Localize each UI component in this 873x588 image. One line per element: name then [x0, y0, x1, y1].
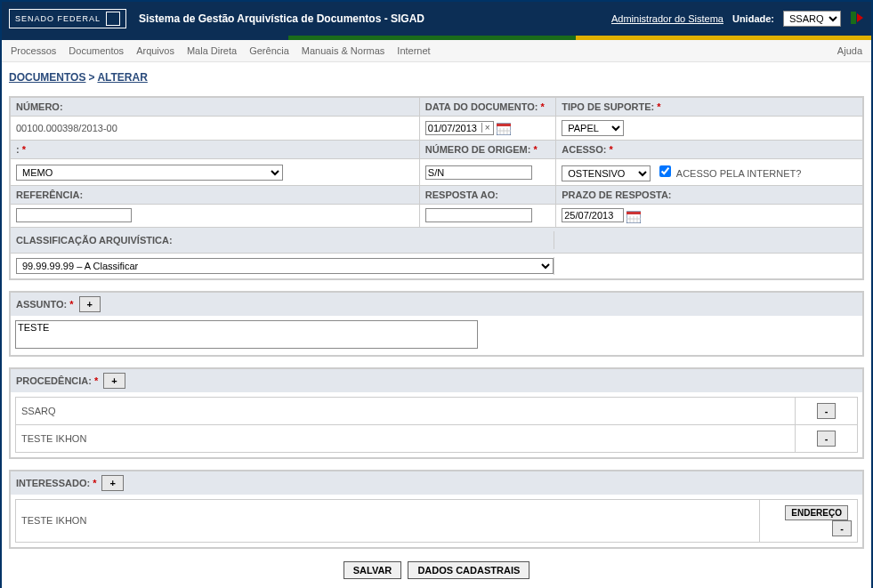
table-row: TESTE IKHON ENDEREÇO -	[16, 499, 858, 542]
data-documento-input[interactable]	[426, 122, 481, 134]
calendar-icon[interactable]	[626, 210, 641, 221]
label-numero: NÚMERO:	[10, 97, 419, 117]
prazo-input[interactable]	[562, 208, 624, 222]
breadcrumb-root[interactable]: DOCUMENTOS	[9, 71, 85, 84]
exit-icon[interactable]	[850, 11, 864, 27]
menu-documentos[interactable]: Documentos	[69, 45, 124, 56]
svg-rect-0	[851, 12, 856, 24]
dados-cadastrais-button[interactable]: DADOS CADASTRAIS	[408, 561, 529, 579]
label-tipo-suporte: TIPO DE SUPORTE: *	[556, 97, 863, 117]
label-interessado: INTERESSADO: *	[16, 478, 96, 488]
label-tipo-doc: : *	[10, 141, 419, 159]
numero-origem-input[interactable]	[425, 165, 532, 180]
brand-logo: SENADO FEDERAL	[9, 9, 126, 28]
admin-link[interactable]: Administrador do Sistema	[611, 13, 723, 24]
app-title: Sistema de Gestão Arquivística de Docume…	[139, 12, 424, 25]
procedencia-item: TESTE IKHON	[21, 433, 86, 444]
procedencia-item: SSARQ	[21, 406, 56, 416]
tipo-suporte-select[interactable]: PAPEL	[562, 120, 624, 136]
brand-text: SENADO FEDERAL	[15, 14, 101, 23]
tipo-doc-select[interactable]: MEMO	[16, 165, 283, 181]
main-menu: Processos Documentos Arquivos Mala Diret…	[2, 40, 871, 62]
document-form: NÚMERO: DATA DO DOCUMENTO: * TIPO DE SUP…	[9, 96, 864, 280]
unit-label: Unidade:	[732, 13, 774, 24]
procedencia-remove-button[interactable]: -	[817, 403, 837, 419]
procedencia-remove-button[interactable]: -	[817, 431, 837, 447]
breadcrumb: DOCUMENTOS > ALTERAR	[9, 71, 864, 84]
label-acesso: ACESSO: *	[556, 141, 863, 159]
form-actions: SALVAR DADOS CADASTRAIS	[9, 561, 864, 579]
menu-mala-direta[interactable]: Mala Direta	[187, 45, 237, 56]
svg-rect-2	[497, 124, 511, 126]
table-row: SSARQ -	[16, 397, 858, 424]
breadcrumb-sep: >	[89, 71, 98, 84]
referencia-input[interactable]	[16, 208, 132, 222]
calendar-icon[interactable]	[497, 123, 511, 133]
unit-select[interactable]: SSARQ	[783, 11, 841, 27]
interessado-add-button[interactable]: +	[101, 475, 123, 491]
label-resposta: RESPOSTA AO:	[419, 186, 555, 205]
svg-rect-8	[626, 212, 641, 214]
label-classificacao: CLASSIFICAÇÃO ARQUIVÍSTICA:	[16, 231, 554, 249]
label-acesso-internet: ACESSO PELA INTERNET?	[676, 168, 802, 179]
classificacao-select[interactable]: 99.99.99.99 – A Classificar	[16, 258, 554, 274]
assunto-textarea[interactable]	[15, 320, 478, 349]
menu-ajuda[interactable]: Ajuda	[837, 45, 862, 56]
data-documento-clear-icon[interactable]: ×	[481, 123, 493, 133]
save-button[interactable]: SALVAR	[344, 561, 402, 579]
label-prazo: PRAZO DE RESPOSTA:	[556, 186, 863, 205]
section-procedencia: PROCEDÊNCIA: * + SSARQ - TESTE IKHON -	[9, 367, 864, 459]
brand-square-icon	[106, 12, 120, 26]
acesso-select[interactable]: OSTENSIVO	[562, 165, 651, 181]
section-interessado: INTERESSADO: * + TESTE IKHON ENDEREÇO -	[9, 470, 864, 549]
section-assunto: ASSUNTO: * +	[9, 291, 864, 357]
menu-arquivos[interactable]: Arquivos	[136, 45, 174, 56]
resposta-input[interactable]	[425, 208, 532, 222]
acesso-internet-checkbox[interactable]	[659, 165, 671, 177]
procedencia-add-button[interactable]: +	[103, 373, 125, 389]
label-assunto: ASSUNTO: *	[16, 299, 74, 310]
label-numero-origem: NÚMERO DE ORIGEM: *	[419, 141, 555, 159]
menu-manuais[interactable]: Manuais & Normas	[302, 45, 385, 56]
breadcrumb-current: ALTERAR	[97, 71, 147, 84]
menu-processos[interactable]: Processos	[11, 45, 56, 56]
interessado-remove-button[interactable]: -	[832, 520, 852, 536]
value-numero: 00100.000398/2013-00	[10, 117, 419, 141]
label-referencia: REFERÊNCIA:	[10, 186, 419, 205]
data-documento-field[interactable]: ×	[425, 121, 494, 135]
menu-gerencia[interactable]: Gerência	[249, 45, 289, 56]
assunto-add-button[interactable]: +	[79, 296, 101, 312]
table-row: TESTE IKHON -	[16, 424, 858, 452]
label-data-documento: DATA DO DOCUMENTO: *	[419, 97, 555, 117]
menu-internet[interactable]: Internet	[397, 45, 430, 56]
interessado-item: TESTE IKHON	[21, 515, 86, 526]
app-header: SENADO FEDERAL Sistema de Gestão Arquiví…	[2, 2, 871, 36]
label-procedencia: PROCEDÊNCIA: *	[16, 375, 98, 386]
endereco-button[interactable]: ENDEREÇO	[785, 505, 848, 520]
